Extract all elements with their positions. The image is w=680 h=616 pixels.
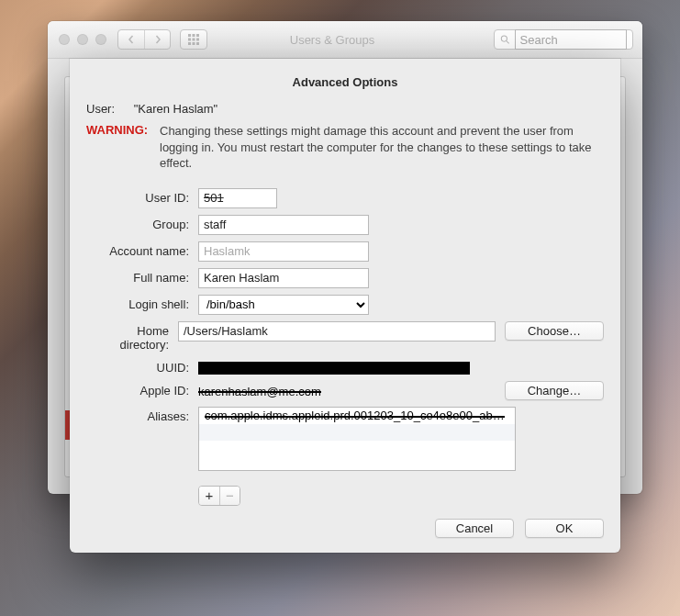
user-id-field[interactable] — [198, 188, 277, 208]
forward-button[interactable] — [144, 30, 170, 49]
label-full-name: Full name: — [86, 268, 189, 285]
alias-row-empty — [199, 441, 515, 457]
zoom-dot[interactable] — [95, 34, 106, 45]
label-home-dir: Home directory: — [86, 321, 169, 352]
choose-home-dir-button[interactable]: Choose… — [505, 321, 604, 341]
nav-back-forward — [117, 29, 171, 50]
uuid-value-redacted — [198, 362, 470, 375]
account-name-field[interactable] — [198, 241, 369, 262]
row-user-id: User ID: — [86, 188, 604, 208]
row-login-shell: Login shell: /bin/bash — [86, 295, 604, 315]
login-shell-select[interactable]: /bin/bash — [198, 295, 369, 315]
label-login-shell: Login shell: — [86, 295, 189, 311]
svg-line-10 — [507, 41, 509, 44]
search-input[interactable] — [515, 29, 627, 50]
label-aliases: Aliases: — [86, 407, 189, 423]
change-apple-id-button[interactable]: Change… — [505, 381, 604, 400]
apple-id-value: karenhaslam@me.com — [198, 382, 321, 398]
minimize-dot[interactable] — [77, 34, 88, 45]
traffic-lights — [57, 34, 108, 45]
sidebar-selection-indicator — [65, 410, 70, 440]
sheet-footer: Cancel OK — [435, 519, 604, 538]
row-full-name: Full name: — [86, 268, 604, 288]
remove-alias-button[interactable]: − — [219, 487, 240, 505]
alias-row[interactable]: com.apple.idms.appleid.prd.001203_10_ce4… — [199, 408, 515, 424]
svg-point-9 — [501, 36, 507, 41]
advanced-options-sheet: Advanced Options User: "Karen Haslam" WA… — [70, 59, 620, 553]
chevron-left-icon — [127, 35, 136, 44]
row-account-name: Account name: — [86, 241, 604, 262]
label-group: Group: — [86, 215, 189, 231]
user-label: User: — [86, 102, 130, 116]
warning-label: WARNING: — [86, 123, 152, 172]
row-home-dir: Home directory: Choose… — [86, 321, 604, 352]
warning-text: Changing these settings might damage thi… — [160, 123, 604, 172]
warning-row: WARNING: Changing these settings might d… — [86, 123, 604, 172]
label-account-name: Account name: — [86, 241, 189, 258]
alias-add-remove: + − — [198, 486, 240, 506]
label-user-id: User ID: — [86, 188, 189, 205]
row-group: Group: — [86, 215, 604, 235]
ok-button[interactable]: OK — [525, 519, 604, 538]
alias-row-empty — [199, 424, 515, 441]
window-titlebar: Users & Groups — [48, 21, 642, 59]
label-apple-id: Apple ID: — [86, 381, 189, 398]
chevron-right-icon — [153, 35, 162, 44]
row-uuid: UUID: — [86, 358, 604, 375]
full-name-field[interactable] — [198, 268, 369, 288]
window-title: Users & Groups — [180, 33, 485, 47]
toolbar-search[interactable] — [494, 29, 633, 50]
row-apple-id: Apple ID: karenhaslam@me.com Change… — [86, 381, 604, 400]
add-alias-button[interactable]: + — [199, 487, 219, 505]
label-uuid: UUID: — [86, 358, 189, 375]
form: User ID: Group: Account name: Full name: — [86, 188, 604, 506]
aliases-list[interactable]: com.apple.idms.appleid.prd.001203_10_ce4… — [198, 407, 516, 471]
row-aliases: Aliases: com.apple.idms.appleid.prd.0012… — [86, 407, 604, 506]
user-name: "Karen Haslam" — [134, 102, 218, 116]
user-line: User: "Karen Haslam" — [86, 102, 604, 116]
close-dot[interactable] — [59, 34, 70, 45]
home-dir-field[interactable] — [178, 321, 496, 342]
group-field[interactable] — [198, 215, 369, 235]
cancel-button[interactable]: Cancel — [435, 519, 514, 538]
search-icon — [500, 34, 510, 45]
sheet-title: Advanced Options — [86, 75, 604, 89]
back-button[interactable] — [118, 30, 144, 49]
alias-value: com.apple.idms.appleid.prd.001203_10_ce4… — [205, 409, 505, 422]
